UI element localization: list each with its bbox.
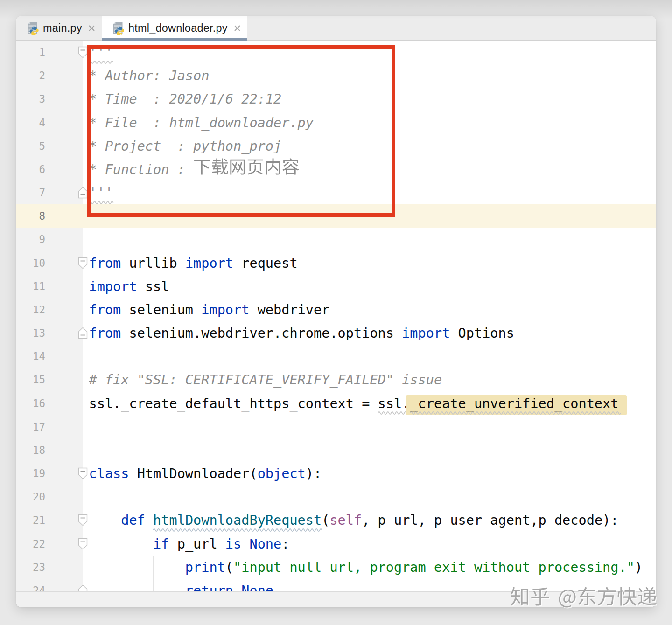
line-number: 6 — [16, 158, 45, 181]
close-icon[interactable] — [233, 24, 241, 32]
line-numbers: 123456789101112131415161718192021222324 — [16, 41, 45, 607]
fold-marker-end[interactable] — [78, 187, 88, 199]
fold-marker-start[interactable] — [78, 514, 88, 526]
line-number: 3 — [16, 87, 45, 111]
token: # fix "SSL: CERTIFICATE_VERIFY_FAILED" i… — [89, 372, 442, 388]
code-line: print("input null url, program exit with… — [89, 556, 656, 579]
tab-label: main.py — [43, 22, 82, 35]
annotation-rectangle — [87, 45, 395, 217]
code-line — [89, 228, 656, 251]
token: is — [225, 536, 241, 552]
token: selenium.webdriver.chrome.options — [121, 325, 402, 341]
token: if — [153, 536, 169, 552]
token: import — [89, 278, 137, 294]
line-number: 4 — [16, 111, 45, 134]
token — [89, 536, 154, 552]
line-number: 18 — [16, 438, 45, 462]
token — [145, 512, 153, 528]
tab-label: html_downloader.py — [128, 22, 228, 35]
line-number: 22 — [16, 532, 45, 556]
token: from — [89, 325, 121, 341]
token: ssl._create_default_https_context = — [89, 396, 378, 411]
line-number: 11 — [16, 275, 45, 298]
line-number: 14 — [16, 345, 45, 368]
line-number: 17 — [16, 415, 45, 438]
close-icon[interactable] — [88, 24, 96, 32]
token: from — [89, 255, 121, 271]
line-number: 13 — [16, 321, 45, 345]
tab-html-downloader-py[interactable]: html_downloader.py — [102, 16, 247, 40]
token: "input null url, program exit without pr… — [233, 559, 635, 575]
line-number: 15 — [16, 368, 45, 391]
code-line — [89, 438, 656, 462]
token: import — [201, 302, 249, 318]
fold-marker-end[interactable] — [78, 327, 88, 339]
token: import — [402, 325, 450, 341]
line-number: 20 — [16, 485, 45, 508]
token: ): — [306, 465, 322, 481]
line-number: 1 — [16, 41, 45, 64]
python-file-icon — [26, 21, 39, 35]
line-number: 9 — [16, 228, 45, 251]
code-line — [89, 485, 656, 508]
line-number: 19 — [16, 462, 45, 485]
token: htmlDownloadByRequest — [153, 512, 322, 528]
code-line — [89, 345, 656, 368]
code-line: from urllib import request — [89, 251, 656, 275]
token — [89, 512, 121, 528]
token: ( — [322, 512, 329, 528]
editor-tabbar: main.py html_downloader.py — [16, 16, 656, 41]
watermark — [510, 586, 657, 612]
token: None — [249, 536, 281, 552]
line-number: 7 — [16, 181, 45, 204]
token: ssl. — [378, 396, 410, 411]
code-line: from selenium import webdriver — [89, 298, 656, 321]
token: ( — [225, 559, 233, 575]
line-number: 8 — [16, 204, 45, 228]
token: , p_url, p_user_agent,p_decode): — [362, 512, 618, 528]
code-line: # fix "SSL: CERTIFICATE_VERIFY_FAILED" i… — [89, 368, 656, 391]
fold-marker-start[interactable] — [78, 467, 88, 479]
code-line — [89, 415, 656, 438]
token: webdriver — [249, 302, 329, 318]
token: : — [281, 536, 289, 552]
line-number: 21 — [16, 508, 45, 532]
code-line: from selenium.webdriver.chrome.options i… — [89, 321, 656, 345]
token: p_url — [169, 536, 225, 552]
token: class — [89, 465, 129, 481]
tab-main-py[interactable]: main.py — [16, 16, 102, 40]
code-line: import ssl — [89, 275, 656, 298]
token: _create_unverified_context — [410, 396, 618, 411]
token: print — [185, 559, 225, 575]
line-number: 23 — [16, 556, 45, 579]
token: request — [233, 255, 298, 271]
ide-window: main.py html_downloader.py — [16, 16, 656, 607]
token — [89, 559, 185, 575]
token: Options — [450, 325, 514, 341]
token: selenium — [121, 302, 201, 318]
token: object — [258, 465, 306, 481]
token — [241, 536, 249, 552]
line-number: 10 — [16, 251, 45, 275]
token: ssl — [137, 278, 169, 294]
token: ) — [635, 559, 643, 575]
code-line: def htmlDownloadByRequest(self, p_url, p… — [89, 508, 656, 532]
fold-marker-start[interactable] — [78, 46, 88, 58]
token: self — [329, 512, 362, 528]
code-line: ssl._create_default_https_context = ssl.… — [89, 392, 656, 415]
code-line: class HtmlDownloader(object): — [89, 462, 656, 485]
fold-marker-start[interactable] — [78, 257, 88, 269]
line-number: 12 — [16, 298, 45, 321]
line-number: 5 — [16, 134, 45, 158]
python-file-icon — [112, 21, 124, 35]
token: urllib — [121, 255, 185, 271]
line-number: 16 — [16, 392, 45, 415]
token: HtmlDownloader( — [129, 465, 257, 481]
code-line: if p_url is None: — [89, 532, 656, 556]
token: import — [185, 255, 233, 271]
fold-marker-start[interactable] — [78, 538, 88, 550]
line-number: 2 — [16, 64, 45, 87]
token: def — [121, 512, 145, 528]
editor-body: 123456789101112131415161718192021222324 … — [16, 41, 656, 607]
token: from — [89, 302, 121, 318]
